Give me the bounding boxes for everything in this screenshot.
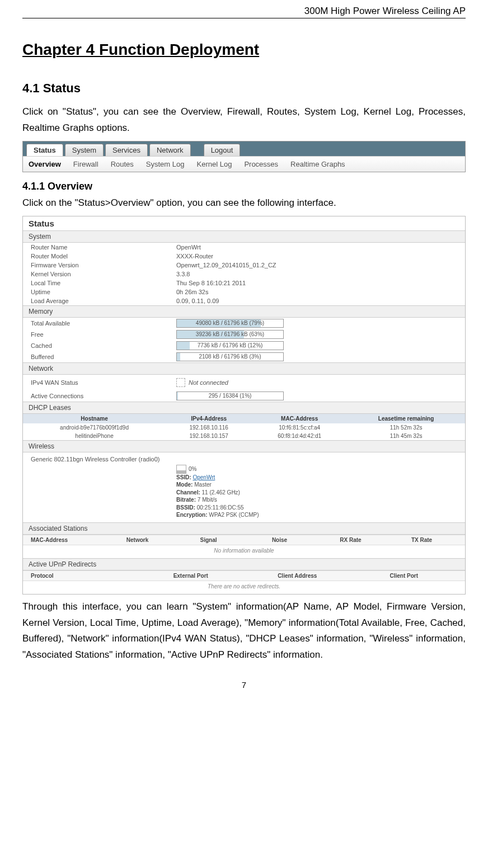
value-kernel: 3.3.8 xyxy=(176,271,457,277)
section-4-1-title: 4.1 Status xyxy=(22,81,466,96)
table-row: android-b9e7176b009f1d9d192.168.10.11610… xyxy=(23,423,465,432)
bar-free: 39236 kB / 61796 kB (63%) xyxy=(176,330,284,339)
value-channel: 11 (2.462 GHz) xyxy=(202,489,240,496)
wireless-controller: Generic 802.11bgn Wireless Controller (r… xyxy=(31,456,457,463)
label-uptime: Uptime xyxy=(31,289,176,295)
subtab-overview[interactable]: Overview xyxy=(29,160,61,168)
label-router-name: Router Name xyxy=(31,244,176,251)
label-wan: IPv4 WAN Status xyxy=(31,379,176,386)
assoc-empty: No information available xyxy=(23,545,465,558)
value-firmware: Openwrt_12.09_20141015_01.2_CZ xyxy=(176,262,457,268)
value-wan: Not connected xyxy=(189,379,228,386)
label-free: Free xyxy=(31,331,176,338)
section-4-1-body: Click on "Status", you can see the Overv… xyxy=(22,104,466,136)
upnp-heading: Active UPnP Redirects xyxy=(23,558,465,570)
value-loadavg: 0.09, 0.11, 0.09 xyxy=(176,298,457,304)
tab-system[interactable]: System xyxy=(65,144,104,156)
section-4-1-1-intro: Click on the "Status>Overview" option, y… xyxy=(22,195,466,211)
page-number: 7 xyxy=(22,680,466,690)
dhcp-heading: DHCP Leases xyxy=(23,402,465,414)
value-enc: WPA2 PSK (CCMP) xyxy=(209,512,259,518)
signal-icon xyxy=(176,465,186,474)
wireless-heading: Wireless xyxy=(23,440,465,452)
value-mode: Master xyxy=(194,482,212,488)
signal-pct: 0% xyxy=(189,465,196,471)
value-localtime: Thu Sep 8 16:10:21 2011 xyxy=(176,280,457,286)
ssid-link[interactable]: OpenWrt xyxy=(193,474,215,480)
chapter-title: Chapter 4 Function Deployment xyxy=(22,41,466,59)
label-localtime: Local Time xyxy=(31,280,176,286)
label-totalavail: Total Available xyxy=(31,320,176,327)
dhcp-col-lease: Leasetime remaining xyxy=(347,414,465,423)
upnp-empty: There are no active redirects. xyxy=(23,581,465,594)
bar-totalavail: 49080 kB / 61796 kB (79%) xyxy=(176,319,284,328)
footer-paragraph: Through this interface, you can learn "S… xyxy=(22,599,466,664)
subtab-kernellog[interactable]: Kernel Log xyxy=(196,160,232,168)
label-buffered: Buffered xyxy=(31,353,176,360)
subtab-processes[interactable]: Processes xyxy=(244,160,278,168)
status-title: Status xyxy=(23,216,465,230)
tab-network[interactable]: Network xyxy=(149,144,191,156)
memory-heading: Memory xyxy=(23,305,465,318)
upnp-columns: ProtocolExternal PortClient AddressClien… xyxy=(23,570,465,581)
bar-cached: 7736 kB / 61796 kB (12%) xyxy=(176,341,284,350)
system-heading: System xyxy=(23,230,465,243)
wan-disconnected-icon xyxy=(176,378,185,387)
bar-buffered: 2108 kB / 61796 kB (3%) xyxy=(176,352,284,361)
label-router-model: Router Model xyxy=(31,253,176,260)
subtab-realtime[interactable]: Realtime Graphs xyxy=(290,160,345,168)
subtab-systemlog[interactable]: System Log xyxy=(146,160,185,168)
value-uptime: 0h 26m 32s xyxy=(176,289,457,295)
tab-services[interactable]: Services xyxy=(105,144,148,156)
tab-status[interactable]: Status xyxy=(26,144,63,156)
subtab-firewall[interactable]: Firewall xyxy=(73,160,98,168)
label-loadavg: Load Average xyxy=(31,298,176,304)
assoc-columns: MAC-AddressNetworkSignalNoiseRX RateTX R… xyxy=(23,535,465,545)
value-bssid: 00:25:11:86:DC:55 xyxy=(197,504,244,511)
label-kernel: Kernel Version xyxy=(31,271,176,277)
label-cached: Cached xyxy=(31,342,176,349)
bar-conn: 295 / 16384 (1%) xyxy=(176,391,284,400)
screenshot-status-page: Status System Router NameOpenWrt Router … xyxy=(22,216,466,595)
tab-logout[interactable]: Logout xyxy=(204,144,241,156)
value-router-name: OpenWrt xyxy=(176,244,457,251)
label-conn: Active Connections xyxy=(31,393,176,399)
network-heading: Network xyxy=(23,362,465,375)
subtab-routes[interactable]: Routes xyxy=(111,160,134,168)
dhcp-col-mac: MAC-Address xyxy=(252,414,347,423)
value-bitrate: 7 Mbit/s xyxy=(198,497,217,503)
screenshot-tabs: Status System Services Network Logout Ov… xyxy=(22,141,466,172)
value-router-model: XXXX-Router xyxy=(176,253,457,260)
dhcp-col-ip: IPv4-Address xyxy=(166,414,252,423)
table-row: helitindeiPhone192.168.10.15760:f8:1d:4d… xyxy=(23,432,465,440)
assoc-heading: Associated Stations xyxy=(23,522,465,535)
section-4-1-1-title: 4.1.1 Overview xyxy=(22,181,466,192)
doc-header: 300M High Power Wireless Ceiling AP xyxy=(22,6,466,18)
dhcp-table: Hostname IPv4-Address MAC-Address Leaset… xyxy=(23,414,465,440)
dhcp-col-host: Hostname xyxy=(23,414,166,423)
label-firmware: Firmware Version xyxy=(31,262,176,268)
